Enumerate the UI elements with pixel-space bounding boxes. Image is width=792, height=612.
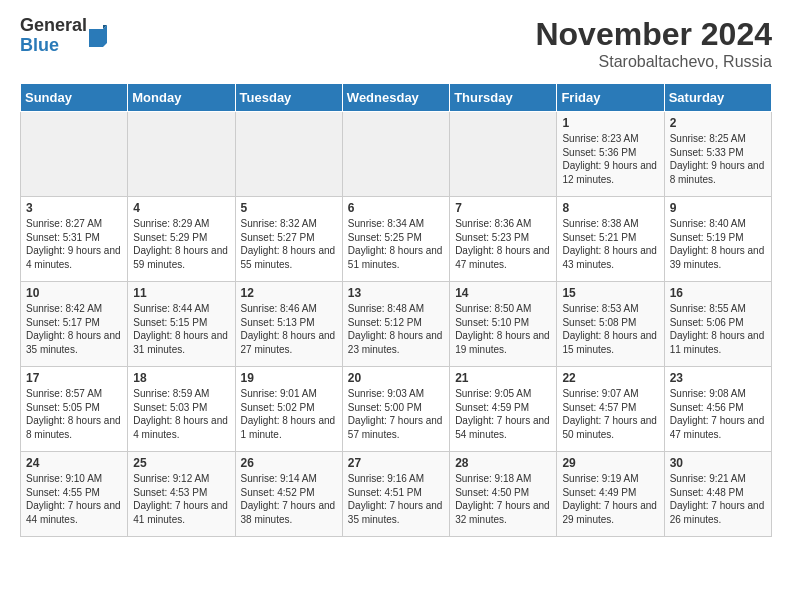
table-cell <box>128 112 235 197</box>
table-cell: 26Sunrise: 9:14 AM Sunset: 4:52 PM Dayli… <box>235 452 342 537</box>
table-cell: 9Sunrise: 8:40 AM Sunset: 5:19 PM Daylig… <box>664 197 771 282</box>
table-cell: 2Sunrise: 8:25 AM Sunset: 5:33 PM Daylig… <box>664 112 771 197</box>
day-info: Sunrise: 8:55 AM Sunset: 5:06 PM Dayligh… <box>670 302 766 356</box>
calendar-week-row: 17Sunrise: 8:57 AM Sunset: 5:05 PM Dayli… <box>21 367 772 452</box>
day-number: 14 <box>455 286 551 300</box>
table-cell: 24Sunrise: 9:10 AM Sunset: 4:55 PM Dayli… <box>21 452 128 537</box>
day-number: 6 <box>348 201 444 215</box>
calendar-header: Sunday Monday Tuesday Wednesday Thursday… <box>21 84 772 112</box>
day-number: 25 <box>133 456 229 470</box>
day-info: Sunrise: 9:08 AM Sunset: 4:56 PM Dayligh… <box>670 387 766 441</box>
table-cell: 1Sunrise: 8:23 AM Sunset: 5:36 PM Daylig… <box>557 112 664 197</box>
day-info: Sunrise: 8:42 AM Sunset: 5:17 PM Dayligh… <box>26 302 122 356</box>
table-cell: 27Sunrise: 9:16 AM Sunset: 4:51 PM Dayli… <box>342 452 449 537</box>
day-number: 16 <box>670 286 766 300</box>
day-info: Sunrise: 8:46 AM Sunset: 5:13 PM Dayligh… <box>241 302 337 356</box>
table-cell <box>21 112 128 197</box>
table-cell: 5Sunrise: 8:32 AM Sunset: 5:27 PM Daylig… <box>235 197 342 282</box>
table-cell: 13Sunrise: 8:48 AM Sunset: 5:12 PM Dayli… <box>342 282 449 367</box>
day-info: Sunrise: 8:44 AM Sunset: 5:15 PM Dayligh… <box>133 302 229 356</box>
calendar-table: Sunday Monday Tuesday Wednesday Thursday… <box>20 83 772 537</box>
day-info: Sunrise: 8:32 AM Sunset: 5:27 PM Dayligh… <box>241 217 337 271</box>
day-number: 18 <box>133 371 229 385</box>
day-info: Sunrise: 8:34 AM Sunset: 5:25 PM Dayligh… <box>348 217 444 271</box>
calendar-week-row: 24Sunrise: 9:10 AM Sunset: 4:55 PM Dayli… <box>21 452 772 537</box>
day-info: Sunrise: 8:25 AM Sunset: 5:33 PM Dayligh… <box>670 132 766 186</box>
day-info: Sunrise: 8:57 AM Sunset: 5:05 PM Dayligh… <box>26 387 122 441</box>
table-cell: 8Sunrise: 8:38 AM Sunset: 5:21 PM Daylig… <box>557 197 664 282</box>
calendar-week-row: 1Sunrise: 8:23 AM Sunset: 5:36 PM Daylig… <box>21 112 772 197</box>
day-info: Sunrise: 8:40 AM Sunset: 5:19 PM Dayligh… <box>670 217 766 271</box>
day-info: Sunrise: 9:01 AM Sunset: 5:02 PM Dayligh… <box>241 387 337 441</box>
day-number: 13 <box>348 286 444 300</box>
logo-line2: Blue <box>20 36 87 56</box>
day-info: Sunrise: 8:36 AM Sunset: 5:23 PM Dayligh… <box>455 217 551 271</box>
day-number: 22 <box>562 371 658 385</box>
day-info: Sunrise: 9:21 AM Sunset: 4:48 PM Dayligh… <box>670 472 766 526</box>
table-cell: 25Sunrise: 9:12 AM Sunset: 4:53 PM Dayli… <box>128 452 235 537</box>
day-number: 15 <box>562 286 658 300</box>
day-number: 8 <box>562 201 658 215</box>
day-info: Sunrise: 9:16 AM Sunset: 4:51 PM Dayligh… <box>348 472 444 526</box>
page: General Blue November 2024 Starobaltache… <box>0 0 792 553</box>
calendar-subtitle: Starobaltachevo, Russia <box>535 53 772 71</box>
col-sunday: Sunday <box>21 84 128 112</box>
table-cell: 15Sunrise: 8:53 AM Sunset: 5:08 PM Dayli… <box>557 282 664 367</box>
day-info: Sunrise: 8:50 AM Sunset: 5:10 PM Dayligh… <box>455 302 551 356</box>
table-cell: 20Sunrise: 9:03 AM Sunset: 5:00 PM Dayli… <box>342 367 449 452</box>
table-cell: 17Sunrise: 8:57 AM Sunset: 5:05 PM Dayli… <box>21 367 128 452</box>
calendar-week-row: 10Sunrise: 8:42 AM Sunset: 5:17 PM Dayli… <box>21 282 772 367</box>
header: General Blue November 2024 Starobaltache… <box>20 16 772 71</box>
day-info: Sunrise: 8:27 AM Sunset: 5:31 PM Dayligh… <box>26 217 122 271</box>
day-number: 23 <box>670 371 766 385</box>
day-number: 29 <box>562 456 658 470</box>
day-info: Sunrise: 9:05 AM Sunset: 4:59 PM Dayligh… <box>455 387 551 441</box>
day-info: Sunrise: 8:38 AM Sunset: 5:21 PM Dayligh… <box>562 217 658 271</box>
table-cell: 30Sunrise: 9:21 AM Sunset: 4:48 PM Dayli… <box>664 452 771 537</box>
col-wednesday: Wednesday <box>342 84 449 112</box>
header-row: Sunday Monday Tuesday Wednesday Thursday… <box>21 84 772 112</box>
table-cell: 3Sunrise: 8:27 AM Sunset: 5:31 PM Daylig… <box>21 197 128 282</box>
day-number: 24 <box>26 456 122 470</box>
day-number: 12 <box>241 286 337 300</box>
day-number: 10 <box>26 286 122 300</box>
logo: General Blue <box>20 16 107 56</box>
day-info: Sunrise: 8:29 AM Sunset: 5:29 PM Dayligh… <box>133 217 229 271</box>
day-info: Sunrise: 8:53 AM Sunset: 5:08 PM Dayligh… <box>562 302 658 356</box>
day-info: Sunrise: 9:18 AM Sunset: 4:50 PM Dayligh… <box>455 472 551 526</box>
table-cell: 23Sunrise: 9:08 AM Sunset: 4:56 PM Dayli… <box>664 367 771 452</box>
day-number: 4 <box>133 201 229 215</box>
day-info: Sunrise: 9:03 AM Sunset: 5:00 PM Dayligh… <box>348 387 444 441</box>
calendar-week-row: 3Sunrise: 8:27 AM Sunset: 5:31 PM Daylig… <box>21 197 772 282</box>
day-number: 20 <box>348 371 444 385</box>
table-cell: 19Sunrise: 9:01 AM Sunset: 5:02 PM Dayli… <box>235 367 342 452</box>
day-info: Sunrise: 9:10 AM Sunset: 4:55 PM Dayligh… <box>26 472 122 526</box>
day-number: 17 <box>26 371 122 385</box>
day-info: Sunrise: 8:59 AM Sunset: 5:03 PM Dayligh… <box>133 387 229 441</box>
table-cell: 14Sunrise: 8:50 AM Sunset: 5:10 PM Dayli… <box>450 282 557 367</box>
table-cell <box>342 112 449 197</box>
table-cell: 16Sunrise: 8:55 AM Sunset: 5:06 PM Dayli… <box>664 282 771 367</box>
logo-icon <box>89 25 107 47</box>
title-block: November 2024 Starobaltachevo, Russia <box>535 16 772 71</box>
day-number: 19 <box>241 371 337 385</box>
col-tuesday: Tuesday <box>235 84 342 112</box>
day-number: 11 <box>133 286 229 300</box>
day-info: Sunrise: 9:14 AM Sunset: 4:52 PM Dayligh… <box>241 472 337 526</box>
svg-marker-0 <box>89 25 107 47</box>
day-number: 1 <box>562 116 658 130</box>
table-cell: 12Sunrise: 8:46 AM Sunset: 5:13 PM Dayli… <box>235 282 342 367</box>
calendar-body: 1Sunrise: 8:23 AM Sunset: 5:36 PM Daylig… <box>21 112 772 537</box>
day-number: 5 <box>241 201 337 215</box>
table-cell <box>235 112 342 197</box>
day-number: 27 <box>348 456 444 470</box>
table-cell: 10Sunrise: 8:42 AM Sunset: 5:17 PM Dayli… <box>21 282 128 367</box>
day-number: 3 <box>26 201 122 215</box>
table-cell: 18Sunrise: 8:59 AM Sunset: 5:03 PM Dayli… <box>128 367 235 452</box>
table-cell: 28Sunrise: 9:18 AM Sunset: 4:50 PM Dayli… <box>450 452 557 537</box>
col-saturday: Saturday <box>664 84 771 112</box>
table-cell: 11Sunrise: 8:44 AM Sunset: 5:15 PM Dayli… <box>128 282 235 367</box>
day-info: Sunrise: 8:23 AM Sunset: 5:36 PM Dayligh… <box>562 132 658 186</box>
day-info: Sunrise: 8:48 AM Sunset: 5:12 PM Dayligh… <box>348 302 444 356</box>
logo-line1: General <box>20 16 87 36</box>
